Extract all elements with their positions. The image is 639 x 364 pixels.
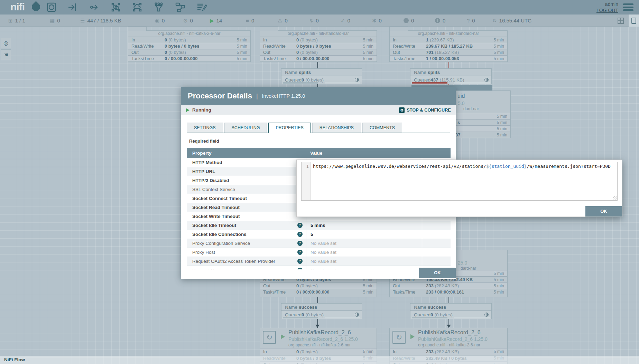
- property-value-cell[interactable]: No value set: [306, 266, 422, 269]
- label-icon[interactable]: [195, 1, 208, 14]
- property-row[interactable]: Socket Idle Connections?5: [187, 230, 451, 239]
- queue-size-bar: [325, 82, 360, 84]
- property-value-cell[interactable]: 5: [306, 230, 422, 239]
- process-group-icon[interactable]: [109, 1, 122, 14]
- property-value-cell[interactable]: No value set: [306, 248, 422, 257]
- property-name-cell: Socket Idle Timeout?: [187, 221, 306, 230]
- help-icon[interactable]: ?: [297, 250, 303, 255]
- running-icon: ▶: [210, 18, 214, 24]
- status-running: ▶14: [210, 15, 222, 27]
- stat-value: 0(0 bytes): [296, 50, 318, 55]
- processor-splittext[interactable]: org.apache.nifi - nifi-kafka-2-6-narIn0(…: [128, 30, 251, 62]
- global-menu-button[interactable]: [623, 3, 633, 11]
- connection-line[interactable]: [448, 297, 449, 303]
- connection-label-splits[interactable]: NamesplitsQueued0(0 bytes): [281, 68, 362, 84]
- stat-row: Tasks/Time233 / 00:00:00.1615 min: [390, 289, 507, 295]
- navigate-palette-button[interactable]: ◎: [1, 38, 11, 48]
- operate-palette-button[interactable]: ☚: [1, 49, 11, 60]
- processor-standard[interactable]: org.apache.nifi - nifi-standard-narIn1(2…: [389, 30, 508, 62]
- property-row[interactable]: Proxy Configuration Service?No value set: [187, 239, 451, 248]
- logout-link[interactable]: LOG OUT: [596, 8, 618, 13]
- stat-time: 5 min: [493, 271, 504, 276]
- connection-label-success[interactable]: NamesuccessQueued0(0 bytes): [281, 303, 362, 319]
- help-icon[interactable]: ?: [297, 268, 303, 269]
- property-name-cell: Request Username?: [187, 266, 306, 269]
- stat-value-bold: 233 / 00:00:00.161: [426, 289, 464, 295]
- processor-tab: [128, 27, 147, 31]
- remote-process-group-icon[interactable]: [131, 1, 144, 14]
- value-editor[interactable]: 1 https://www.pegelonline.wsv.de/webserv…: [301, 162, 618, 201]
- template-icon[interactable]: [174, 1, 187, 14]
- processor-icon[interactable]: [45, 1, 58, 14]
- stat-value-bold: 0 / 00:00:00.000: [165, 56, 197, 61]
- output-port-icon[interactable]: [88, 1, 101, 14]
- status-refresh[interactable]: ↻16:55:44 UTC: [492, 15, 531, 27]
- transmitting-icon: ◉: [155, 18, 159, 24]
- input-port-icon[interactable]: [66, 1, 80, 14]
- property-name: Proxy Configuration Service: [192, 241, 250, 246]
- help-icon[interactable]: ?: [297, 223, 303, 228]
- stat-value-bold: 1: [426, 37, 428, 42]
- refresh-icon: ↻: [492, 18, 497, 24]
- processor-standard[interactable]: org.apache.nifi - nifi-standard-narIn0(0…: [260, 30, 377, 62]
- property-name-cell: HTTP Method: [187, 158, 306, 167]
- stat-row: In0(0 bytes)5 min: [260, 37, 377, 43]
- queued-size: (0 bytes): [435, 312, 453, 317]
- table-header-row: Property Value: [187, 148, 451, 158]
- stat-label: Out: [393, 283, 426, 288]
- stat-time: 5 min: [497, 114, 507, 119]
- queue-count-bar: [283, 317, 318, 318]
- connection-arrow-icon: [315, 325, 320, 328]
- stat-time: 5 min: [493, 277, 504, 282]
- dialog-ok-button[interactable]: OK: [419, 268, 456, 278]
- help-icon[interactable]: ?: [297, 241, 303, 246]
- status-value: 0: [411, 18, 414, 23]
- processor-bundle: org.apache.nifi - nifi-kafka-2-6-nar: [418, 343, 480, 347]
- connection-label-success[interactable]: NamesuccessQueued0(0 bytes): [410, 303, 492, 319]
- connection-line-alert[interactable]: [448, 61, 449, 68]
- property-value-cell[interactable]: 5 mins: [306, 221, 422, 230]
- stat-value-rest: (0 bytes): [300, 349, 318, 354]
- stat-value: 1 / 00:00:00.053: [426, 56, 460, 61]
- property-value-cell[interactable]: No value set: [306, 239, 422, 248]
- stat-value: 0 / 00:00:00.000: [296, 289, 331, 295]
- status-queued: ☰447 / 118.5 KB: [80, 15, 121, 27]
- tab-comments[interactable]: COMMENTS: [362, 123, 402, 133]
- help-icon[interactable]: ?: [297, 259, 303, 264]
- connection-line[interactable]: [317, 61, 318, 68]
- breadcrumb[interactable]: NiFi Flow: [4, 357, 25, 362]
- processor-type-version: PublishKafkaRecord_2_6 1.25.0: [418, 336, 488, 342]
- editor-ok-button[interactable]: OK: [585, 206, 622, 217]
- birdseye-icon[interactable]: [618, 18, 624, 24]
- tab-settings[interactable]: SETTINGS: [187, 123, 223, 133]
- tab-relationships[interactable]: RELATIONSHIPS: [312, 123, 361, 133]
- property-row[interactable]: Socket Idle Timeout?5 mins: [187, 221, 451, 230]
- connection-label-splits-alert[interactable]: NamesplitsQueued437(115.91 KB): [410, 68, 492, 84]
- version-fragment: 25.0: [458, 260, 467, 266]
- stat-value-rest: (0 bytes): [300, 37, 318, 42]
- funnel-icon[interactable]: [152, 1, 165, 14]
- stat-value-rest: (0 bytes): [300, 50, 318, 55]
- tab-properties[interactable]: PROPERTIES: [268, 123, 311, 133]
- bulletin-board-button[interactable]: [629, 15, 639, 27]
- stat-time: 5 min: [497, 133, 507, 137]
- queue-percent-icon: [484, 313, 489, 317]
- dialog-header: Processor Details | InvokeHTTP 1.25.0: [181, 87, 456, 105]
- resize-handle[interactable]: [613, 196, 617, 200]
- property-name: Request OAuth2 Access Token Provider: [192, 259, 275, 264]
- stat-time: 5 min: [363, 50, 373, 55]
- stat-value-rest: (282.49 KB): [435, 349, 459, 354]
- property-row[interactable]: Request OAuth2 Access Token Provider?No …: [187, 257, 451, 266]
- url-value-text[interactable]: https://www.pegelonline.wsv.de/webservic…: [311, 162, 611, 200]
- property-row[interactable]: Request Username?No value set: [187, 266, 451, 269]
- status-value: 0: [379, 18, 382, 23]
- stop-and-configure-button[interactable]: ⚙ STOP & CONFIGURE: [399, 107, 451, 113]
- property-name: Socket Connect Timeout: [192, 196, 247, 201]
- help-icon[interactable]: ?: [297, 232, 303, 237]
- tab-scheduling[interactable]: SCHEDULING: [224, 123, 267, 133]
- status-value: 1 / 1: [15, 18, 25, 23]
- property-row[interactable]: Proxy Host?No value set: [187, 248, 451, 257]
- property-value-cell[interactable]: No value set: [306, 257, 422, 266]
- connection-line[interactable]: [317, 297, 318, 303]
- queued-label: Queued: [285, 77, 302, 83]
